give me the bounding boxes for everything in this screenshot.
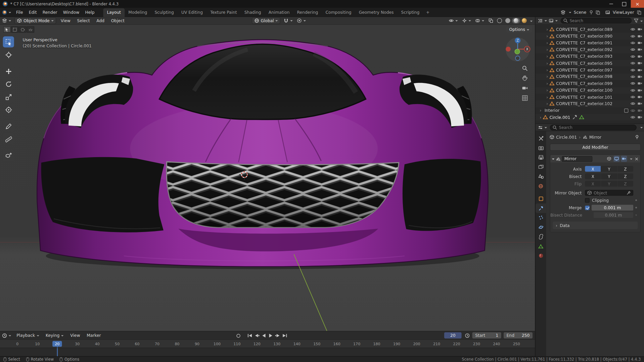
workspace-tab[interactable]: Texture Paint — [206, 8, 240, 17]
outliner-search-input[interactable] — [570, 18, 629, 23]
transform-tool[interactable] — [3, 104, 14, 115]
visibility-eye-icon[interactable] — [630, 61, 635, 66]
gizmo-x-neg-axis[interactable] — [506, 47, 511, 52]
add-workspace-button[interactable]: + — [423, 9, 432, 16]
select-mode-intersect[interactable] — [27, 27, 34, 33]
annotate-tool[interactable] — [3, 121, 14, 132]
xray-toggle[interactable] — [486, 18, 495, 23]
expand-arrow-icon[interactable] — [545, 34, 550, 39]
pin-icon[interactable] — [635, 135, 640, 140]
scene-browse-dropdown[interactable] — [567, 10, 571, 15]
play-button[interactable] — [268, 333, 274, 338]
minimize-button[interactable] — [604, 0, 617, 8]
expand-arrow-icon[interactable] — [538, 108, 543, 113]
tab-object[interactable] — [536, 194, 546, 203]
timeline-tracks[interactable] — [0, 348, 535, 356]
tab-physics[interactable] — [536, 223, 546, 232]
editor-type-button[interactable] — [0, 18, 13, 23]
rotate-tool[interactable] — [3, 79, 14, 90]
render-camera-icon[interactable] — [637, 74, 642, 79]
expand-arrow-icon[interactable] — [545, 75, 550, 79]
maximize-button[interactable] — [617, 0, 631, 8]
playhead[interactable]: 20 — [52, 341, 62, 347]
blender-menu-button[interactable] — [0, 10, 13, 15]
render-camera-icon[interactable] — [637, 67, 642, 73]
gizmo-z-neg-axis[interactable] — [515, 56, 520, 61]
workspace-tab[interactable]: Animation — [265, 8, 293, 17]
outliner-row[interactable]: CORVETTE_C7_exterior.093 — [536, 53, 644, 60]
frame-start-field[interactable]: Start1 — [472, 332, 501, 338]
expand-arrow-icon[interactable] — [545, 81, 550, 86]
transform-orientation-dropdown[interactable]: Global — [251, 17, 280, 24]
bisect-distance-field[interactable]: 0.001 m — [594, 212, 633, 218]
timeline-view-menu[interactable]: View — [67, 333, 83, 338]
copy-viewlayer-icon[interactable] — [637, 10, 642, 15]
viewlayer-name[interactable]: ViewLayer — [613, 10, 634, 15]
menu-item[interactable]: Render — [40, 8, 60, 16]
jump-to-start-button[interactable] — [247, 333, 252, 338]
visibility-eye-icon[interactable] — [630, 95, 635, 100]
flip-x-toggle[interactable]: X — [585, 181, 601, 186]
select-box-tool[interactable] — [3, 36, 14, 47]
proportional-edit-toggle[interactable] — [295, 18, 308, 23]
cursor-tool[interactable] — [3, 49, 14, 60]
workspace-tab[interactable]: Geometry Nodes — [355, 8, 398, 17]
clipping-checkbox[interactable] — [585, 198, 590, 202]
outliner-row[interactable]: CORVETTE_C7_exterior.092 — [536, 46, 644, 53]
zoom-icon[interactable] — [522, 65, 528, 71]
realtime-display-toggle[interactable] — [613, 155, 619, 162]
snap-toggle[interactable] — [282, 18, 295, 23]
expand-arrow-icon[interactable] — [545, 101, 550, 106]
playback-menu[interactable]: Playback — [13, 333, 42, 338]
outliner-row[interactable]: CORVETTE_C7_exterior.091 — [536, 40, 644, 46]
bisect-x-toggle[interactable]: X — [585, 173, 601, 179]
measure-tool[interactable] — [3, 133, 14, 144]
menu-item[interactable]: Help — [82, 8, 97, 16]
tab-world[interactable] — [536, 181, 546, 191]
outliner-row[interactable]: CORVETTE_C7_exterior.089 — [536, 26, 644, 33]
tab-render[interactable] — [536, 143, 546, 153]
visibility-eye-icon[interactable] — [630, 27, 635, 32]
tab-particles[interactable] — [536, 213, 546, 222]
decorator-dot[interactable] — [635, 199, 637, 201]
viewport-3d-scene[interactable] — [0, 25, 535, 331]
properties-options-dropdown[interactable] — [639, 125, 643, 130]
add-primitive-tool[interactable] — [3, 150, 14, 161]
outliner-search[interactable] — [561, 18, 632, 24]
pan-hand-icon[interactable] — [522, 75, 528, 81]
options-dropdown[interactable]: Options — [506, 27, 532, 33]
outliner-row[interactable]: CORVETTE_C7_exterior.102 — [536, 100, 644, 107]
expand-arrow-icon[interactable] — [545, 61, 550, 65]
render-camera-icon[interactable] — [637, 101, 642, 106]
next-keyframe-button[interactable] — [275, 333, 281, 338]
merge-checkbox[interactable] — [585, 206, 590, 210]
viewport-menu-item[interactable]: Object — [108, 18, 128, 23]
visibility-eye-icon[interactable] — [630, 67, 635, 73]
auto-keying-toggle[interactable] — [236, 333, 241, 338]
viewport-menu-item[interactable]: Select — [74, 18, 93, 23]
frame-end-field[interactable]: End250 — [504, 332, 533, 338]
bisect-y-toggle[interactable]: Y — [601, 173, 617, 179]
timeline-marker-menu[interactable]: Marker — [83, 333, 104, 338]
breadcrumb-modifier[interactable]: Mirror — [589, 135, 601, 139]
outliner-row[interactable]: CORVETTE_C7_exterior.090 — [536, 33, 644, 40]
axis-z-toggle[interactable]: Z — [617, 166, 633, 172]
modifier-delete-button[interactable] — [635, 156, 639, 162]
eyedropper-icon[interactable] — [626, 190, 631, 195]
filter-icon[interactable] — [634, 18, 639, 23]
properties-editor-type-button[interactable] — [537, 125, 548, 130]
timeline-ruler[interactable]: 0102030405060708090100110120130140150160… — [0, 339, 535, 348]
outliner-editor-type-button[interactable] — [537, 18, 548, 23]
add-modifier-button[interactable]: Add Modifier — [550, 144, 641, 151]
shading-dropdown[interactable] — [528, 18, 533, 23]
properties-search[interactable] — [550, 125, 637, 130]
collection-exclude-checkbox[interactable] — [624, 108, 628, 112]
keying-menu[interactable]: Keying — [42, 333, 67, 338]
mirror-object-field[interactable]: Object — [585, 190, 633, 195]
move-tool[interactable] — [3, 65, 14, 77]
expand-arrow-icon[interactable] — [538, 115, 543, 120]
properties-search-input[interactable] — [559, 125, 634, 130]
outliner-row[interactable]: CORVETTE_C7_exterior.099 — [536, 80, 644, 87]
outliner-row[interactable]: CORVETTE_C7_exterior.095 — [536, 60, 644, 66]
expand-arrow-icon[interactable] — [545, 95, 550, 99]
